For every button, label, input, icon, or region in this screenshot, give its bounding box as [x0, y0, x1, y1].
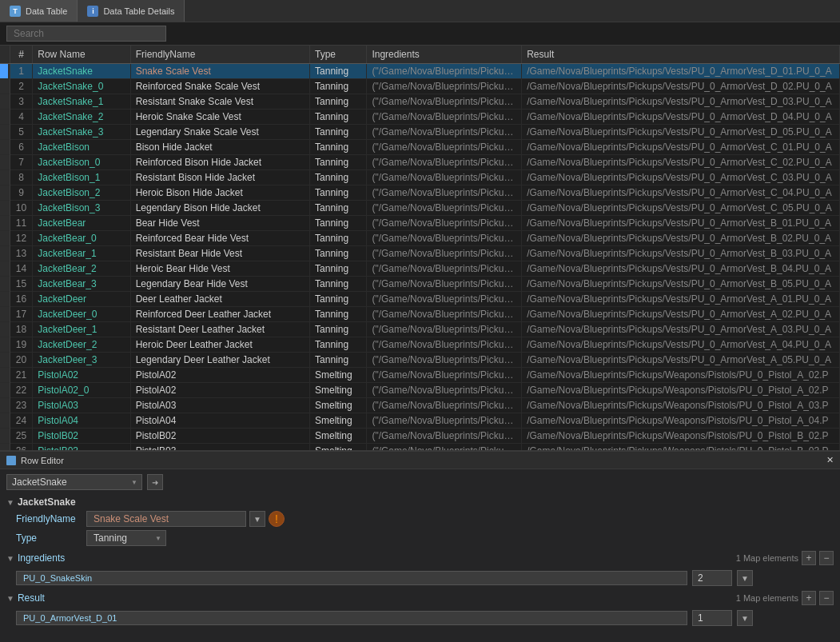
- row-result-cell: /Game/Nova/Blueprints/Pickups/Vests/PU_0…: [522, 246, 840, 261]
- table-row[interactable]: 26PistolB03PistolB03Smelting("/Game/Nova…: [0, 444, 840, 451]
- table-row[interactable]: 20JacketDeer_3Legendary Deer Leather Jac…: [0, 353, 840, 368]
- row-number: 4: [10, 110, 33, 125]
- row-editor-close-button[interactable]: ✕: [826, 455, 834, 465]
- table-row[interactable]: 5JacketSnake_3Legendary Snake Scale Vest…: [0, 125, 840, 140]
- result-section-header[interactable]: ▼ Result 1 Map elements + −: [6, 589, 834, 607]
- friendly-name-value-row: Snake Scale Vest ▼ !: [86, 511, 834, 527]
- row-marker-cell: [0, 337, 10, 353]
- row-number: 6: [10, 140, 33, 155]
- table-row[interactable]: 2JacketSnake_0Reinforced Snake Scale Ves…: [0, 79, 840, 94]
- result-add-button[interactable]: +: [802, 591, 816, 605]
- table-row[interactable]: 4JacketSnake_2Heroic Snake Scale VestTan…: [0, 110, 840, 125]
- ingredients-quantity-input[interactable]: [692, 570, 732, 586]
- col-result[interactable]: Result: [522, 46, 840, 64]
- table-row[interactable]: 24PistolA04PistolA04Smelting("/Game/Nova…: [0, 413, 840, 429]
- table-row[interactable]: 23PistolA03PistolA03Smelting("/Game/Nova…: [0, 398, 840, 413]
- row-number: 13: [10, 246, 33, 261]
- table-row[interactable]: 7JacketBison_0Reinforced Bison Hide Jack…: [0, 155, 840, 170]
- result-remove-button[interactable]: −: [819, 591, 834, 605]
- row-marker: [0, 413, 8, 428]
- row-marker: [0, 140, 8, 154]
- friendly-name-info-button[interactable]: !: [269, 511, 285, 527]
- row-name-cell: JacketBison_1: [33, 170, 130, 185]
- row-marker: [0, 444, 8, 450]
- row-number: 12: [10, 231, 33, 246]
- row-ingredients-cell: ("/Game/Nova/Blueprints/Pickups/Junk/: [367, 94, 522, 110]
- row-friendly-name-cell: PistolA02: [130, 368, 309, 383]
- result-quantity-arrow[interactable]: ▼: [737, 610, 753, 626]
- table-row[interactable]: 9JacketBison_2Heroic Bison Hide JacketTa…: [0, 185, 840, 201]
- goto-row-button[interactable]: ➜: [147, 474, 163, 490]
- search-input[interactable]: [6, 26, 166, 42]
- row-type-cell: Tanning: [310, 64, 367, 79]
- tab-data-table-details-label: Data Table Details: [103, 6, 174, 16]
- ingredients-input[interactable]: [16, 571, 687, 585]
- ingredients-section-header[interactable]: ▼ Ingredients 1 Map elements + −: [6, 549, 834, 567]
- tab-data-table-details[interactable]: i Data Table Details: [78, 0, 185, 22]
- row-friendly-name-cell: PistolA02: [130, 383, 309, 398]
- col-friendly-name[interactable]: FriendlyName: [130, 46, 309, 64]
- table-row[interactable]: 15JacketBear_3Legendary Bear Hide VestTa…: [0, 277, 840, 292]
- result-input[interactable]: [16, 611, 687, 625]
- table-row[interactable]: 6JacketBisonBison Hide JacketTanning("/G…: [0, 140, 840, 155]
- col-num[interactable]: #: [10, 46, 33, 64]
- row-result-cell: /Game/Nova/Blueprints/Pickups/Vests/PU_0…: [522, 185, 840, 201]
- row-ingredients-cell: ("/Game/Nova/Blueprints/Pickups/Craftir: [367, 216, 522, 231]
- type-dropdown[interactable]: Tanning Smelting: [86, 530, 166, 546]
- col-type[interactable]: Type: [310, 46, 367, 64]
- row-name-cell: JacketSnake_1: [33, 94, 130, 110]
- ingredients-section-row: ▼ Ingredients 1 Map elements + −: [6, 548, 834, 568]
- section-collapse-arrow: ▼: [6, 498, 14, 507]
- row-friendly-name-cell: Legendary Deer Leather Jacket: [130, 353, 309, 368]
- ingredients-remove-button[interactable]: −: [819, 551, 834, 565]
- table-row[interactable]: 8JacketBison_1Resistant Bison Hide Jacke…: [0, 170, 840, 185]
- table-row[interactable]: 3JacketSnake_1Resistant Snake Scale Vest…: [0, 94, 840, 110]
- row-ingredients-cell: ("/Game/Nova/Blueprints/Pickups/Craftir: [367, 337, 522, 353]
- table-row[interactable]: 19JacketDeer_2Heroic Deer Leather Jacket…: [0, 337, 840, 353]
- tab-data-table[interactable]: T Data Table: [0, 0, 78, 22]
- row-name-cell: PistolB02: [33, 429, 130, 444]
- row-name-cell: JacketBison_3: [33, 201, 130, 216]
- section-header[interactable]: ▼ JacketSnake: [6, 495, 834, 509]
- row-friendly-name-cell: Resistant Bison Hide Jacket: [130, 170, 309, 185]
- row-number: 3: [10, 94, 33, 110]
- table-row[interactable]: 13JacketBear_1Resistant Bear Hide VestTa…: [0, 246, 840, 261]
- row-name-cell: JacketBear: [33, 216, 130, 231]
- table-row[interactable]: 14JacketBear_2Heroic Bear Hide VestTanni…: [0, 261, 840, 277]
- row-friendly-name-cell: Bison Hide Jacket: [130, 140, 309, 155]
- row-name-cell: JacketBear_2: [33, 261, 130, 277]
- friendly-name-dropdown-arrow[interactable]: ▼: [249, 511, 265, 527]
- row-name-cell: JacketBison_0: [33, 155, 130, 170]
- row-friendly-name-cell: Heroic Snake Scale Vest: [130, 110, 309, 125]
- row-result-cell: /Game/Nova/Blueprints/Pickups/Vests/PU_0…: [522, 125, 840, 140]
- ingredients-add-button[interactable]: +: [802, 551, 816, 565]
- table-row[interactable]: 16JacketDeerDeer Leather JacketTanning("…: [0, 292, 840, 307]
- row-marker: [0, 64, 8, 78]
- row-name-cell: JacketDeer_1: [33, 322, 130, 337]
- table-row[interactable]: 10JacketBison_3Legendary Bison Hide Jack…: [0, 201, 840, 216]
- col-row-name[interactable]: Row Name: [33, 46, 130, 64]
- ingredients-quantity-arrow[interactable]: ▼: [737, 570, 753, 586]
- row-marker-cell: [0, 292, 10, 307]
- row-type-cell: Smelting: [310, 383, 367, 398]
- row-friendly-name-cell: PistolB03: [130, 444, 309, 451]
- table-row[interactable]: 12JacketBear_0Reinforced Bear Hide VestT…: [0, 231, 840, 246]
- table-row[interactable]: 25PistolB02PistolB02Smelting("/Game/Nova…: [0, 429, 840, 444]
- row-selector-dropdown[interactable]: JacketSnake: [6, 474, 142, 490]
- table-row[interactable]: 18JacketDeer_1Resistant Deer Leather Jac…: [0, 322, 840, 337]
- table-row[interactable]: 1JacketSnakeSnake Scale VestTanning("/Ga…: [0, 64, 840, 79]
- row-marker: [0, 94, 8, 109]
- row-friendly-name-cell: Heroic Bison Hide Jacket: [130, 185, 309, 201]
- row-marker: [0, 155, 8, 169]
- table-row[interactable]: 21PistolA02PistolA02Smelting("/Game/Nova…: [0, 368, 840, 383]
- row-number: 9: [10, 185, 33, 201]
- row-friendly-name-cell: Reinforced Bear Hide Vest: [130, 231, 309, 246]
- table-row[interactable]: 17JacketDeer_0Reinforced Deer Leather Ja…: [0, 307, 840, 322]
- col-ingredients[interactable]: Ingredients: [367, 46, 522, 64]
- result-input-row: ▼: [6, 608, 834, 628]
- result-quantity-input[interactable]: [692, 610, 732, 626]
- table-row[interactable]: 22PistolA02_0PistolA02Smelting("/Game/No…: [0, 383, 840, 398]
- row-marker-cell: [0, 383, 10, 398]
- result-arrow: ▼: [6, 594, 14, 603]
- table-row[interactable]: 11JacketBearBear Hide VestTanning("/Game…: [0, 216, 840, 231]
